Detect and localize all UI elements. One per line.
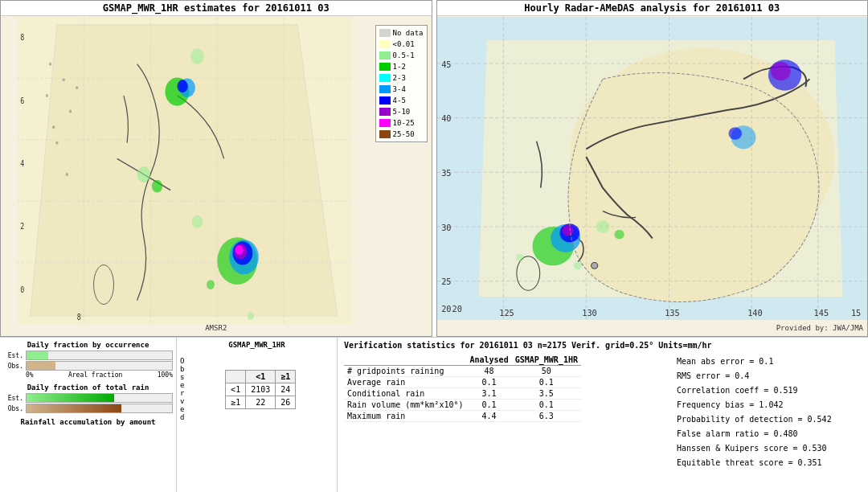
observed-label: O <box>180 357 184 365</box>
left-map-svg: 8 6 4 2 0 8 <box>17 17 351 324</box>
verif-row-analysed: 3.1 <box>467 388 512 400</box>
svg-point-68 <box>771 62 791 80</box>
svg-text:135: 135 <box>665 309 680 318</box>
observed-label-r: r <box>180 389 184 397</box>
verif-row-gsmap: 6.3 <box>512 411 581 422</box>
contingency-r1c1: 2103 <box>246 383 276 396</box>
observed-label-s: s <box>180 373 184 381</box>
right-map-title: Hourly Radar-AMeDAS analysis for 2016101… <box>437 1 868 16</box>
right-map-panel: Hourly Radar-AMeDAS analysis for 2016101… <box>436 0 869 337</box>
verif-row-gsmap: 0.1 <box>512 400 581 411</box>
svg-text:15: 15 <box>850 309 860 318</box>
bottom-middle-panel: GSMAP_MWR_1HR O b s e r v e d <1 <box>177 338 338 492</box>
svg-text:125: 125 <box>499 309 514 318</box>
svg-text:130: 130 <box>582 309 597 318</box>
chart2: Est. Obs. <box>3 393 173 413</box>
verif-score-item: Correlation coeff = 0.519 <box>677 383 862 398</box>
svg-text:8: 8 <box>77 313 81 322</box>
axis-mid-1: Areal fraction <box>68 371 122 379</box>
obs-bar-fill <box>27 362 55 370</box>
svg-text:4: 4 <box>20 159 24 168</box>
svg-text:8: 8 <box>20 34 24 43</box>
verif-score-item: False alarm ratio = 0.480 <box>677 427 862 441</box>
right-map-svg: 45 40 35 30 25 20 20 125 130 135 140 145… <box>437 17 868 320</box>
est-bar-fill <box>27 351 48 359</box>
svg-point-36 <box>76 86 78 89</box>
verif-row-label: # gridpoints raining <box>344 366 467 377</box>
svg-point-26 <box>235 245 244 255</box>
svg-text:25: 25 <box>441 278 451 287</box>
svg-point-33 <box>46 94 48 97</box>
svg-text:40: 40 <box>441 115 451 124</box>
chart2-title: Daily fraction of total rain <box>3 383 173 392</box>
verif-stats-row: Analysed GSMAP_MWR_1HR # gridpoints rain… <box>344 355 862 470</box>
table-row: Rain volume (mm*km²x10⁶) 0.1 0.1 <box>344 400 581 411</box>
svg-point-29 <box>248 312 254 320</box>
bottom-row: Daily fraction by occurrence Est. Obs. 0… <box>0 338 868 492</box>
contingency-title: GSMAP_MWR_1HR <box>180 341 334 349</box>
svg-text:6: 6 <box>20 96 24 105</box>
svg-text:145: 145 <box>813 309 829 318</box>
contingency-table: <1 ≥1 <1 2103 24 ≥1 22 26 <box>225 370 296 409</box>
verif-row-label: Maximum rain <box>344 411 467 422</box>
contingency-row1-header: <1 <box>226 383 246 396</box>
svg-point-27 <box>192 215 203 228</box>
contingency-r1c2: 24 <box>276 383 296 396</box>
observed-label-e: e <box>180 381 184 389</box>
table-row: Maximum rain 4.4 6.3 <box>344 411 581 422</box>
bottom-left-panel: Daily fraction by occurrence Est. Obs. 0… <box>0 338 177 492</box>
verif-row-label: Average rain <box>344 377 467 388</box>
obs-bar-fill-2 <box>27 404 121 412</box>
svg-text:35: 35 <box>441 169 451 178</box>
chart1-title: Daily fraction by occurrence <box>3 341 173 349</box>
axis-right-1: 100% <box>158 371 173 379</box>
svg-point-34 <box>69 110 72 113</box>
contingency-header-lt1: <1 <box>246 370 276 383</box>
verif-row-analysed: 4.4 <box>467 411 512 422</box>
verif-score-item: RMS error = 0.4 <box>677 369 862 383</box>
verif-table: Analysed GSMAP_MWR_1HR # gridpoints rain… <box>344 355 669 470</box>
svg-point-75 <box>596 220 608 232</box>
verif-score-item: Probability of detection = 0.542 <box>677 412 862 427</box>
verif-row-analysed: 0.1 <box>467 377 512 388</box>
observed-label-b: b <box>180 365 184 373</box>
est-bar-track-2 <box>26 393 173 403</box>
contingency-header-empty <box>226 370 246 383</box>
verif-row-gsmap: 3.5 <box>512 388 581 400</box>
verif-score-item: Hanssen & Kuipers score = 0.530 <box>677 441 862 456</box>
observed-label-v: v <box>180 397 184 405</box>
svg-text:30: 30 <box>441 223 451 232</box>
svg-text:0: 0 <box>20 285 24 294</box>
svg-point-30 <box>190 48 204 64</box>
est-label-2: Est. <box>3 395 23 402</box>
obs-label-1: Obs. <box>3 363 23 370</box>
svg-point-66 <box>591 262 597 269</box>
verif-score-item: Frequency bias = 1.042 <box>677 398 862 412</box>
svg-point-31 <box>49 63 51 66</box>
svg-text:140: 140 <box>747 309 763 318</box>
left-map-legend: No data <0.01 0.5-1 1-2 2-3 3-4 4-5 5-10… <box>375 25 428 142</box>
svg-text:20: 20 <box>441 305 451 314</box>
svg-point-74 <box>562 225 573 236</box>
table-row: Average rain 0.1 0.1 <box>344 377 581 388</box>
est-bar-track <box>26 351 173 360</box>
verif-score-item: Mean abs error = 0.1 <box>677 355 862 369</box>
verif-row-label: Rain volume (mm*km²x10⁶) <box>344 400 467 411</box>
bar-axis-1: 0% Areal fraction 100% <box>3 371 173 379</box>
obs-bar-track-2 <box>26 404 173 413</box>
observed-label-e2: e <box>180 405 184 413</box>
est-bar-fill-2 <box>27 394 114 402</box>
verif-row-label: Conditional rain <box>344 388 467 400</box>
svg-text:20: 20 <box>452 305 461 314</box>
svg-point-77 <box>573 262 581 270</box>
svg-text:45: 45 <box>441 60 451 69</box>
contingency-row2-header: ≥1 <box>226 396 246 408</box>
maps-row: GSMAP_MWR_1HR estimates for 20161011 03 … <box>0 0 868 338</box>
svg-point-78 <box>515 254 523 262</box>
svg-point-38 <box>66 173 68 176</box>
svg-point-70 <box>728 127 741 139</box>
verif-row-gsmap: 50 <box>512 366 581 377</box>
observed-label-d2: d <box>180 413 184 421</box>
contingency-r2c1: 22 <box>246 396 276 408</box>
table-row: # gridpoints raining 48 50 <box>344 366 581 377</box>
